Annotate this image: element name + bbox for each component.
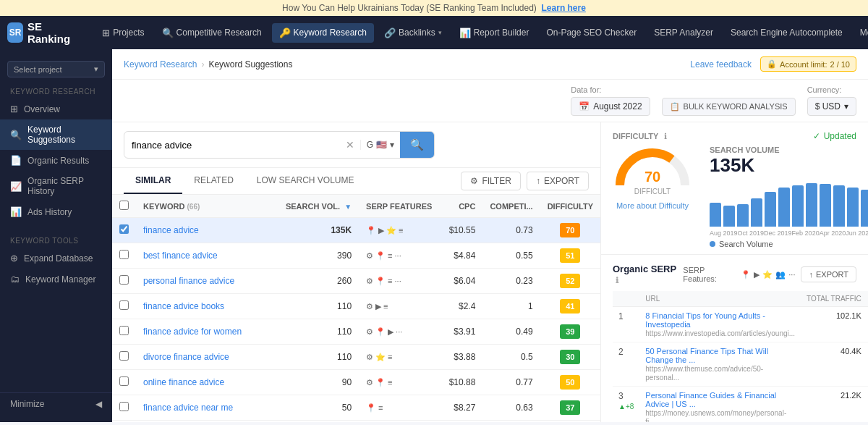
chart-label-0: Aug 2019 bbox=[710, 230, 738, 237]
nav-item-report-builder[interactable]: 📊 Report Builder bbox=[452, 23, 537, 43]
row-diff-8: 32 bbox=[540, 421, 600, 423]
breadcrumb-parent[interactable]: Keyword Research bbox=[124, 59, 197, 70]
chart-bar-7 bbox=[806, 183, 817, 227]
breadcrumb-current: Keyword Suggestions bbox=[208, 59, 292, 70]
search-clear-icon[interactable]: ✕ bbox=[340, 139, 360, 151]
row-checkbox-5[interactable] bbox=[119, 351, 129, 361]
row-cpc-3: $2.4 bbox=[439, 294, 482, 319]
serp-export-button[interactable]: ↑ EXPORT bbox=[801, 266, 856, 282]
search-button[interactable]: 🔍 bbox=[400, 132, 434, 158]
keyword-link-2[interactable]: personal finance advice bbox=[143, 276, 234, 286]
sidebar-item-organic-serp-history[interactable]: 📈 Organic SERP History bbox=[0, 171, 112, 201]
sidebar-item-ads-history[interactable]: 📊 Ads History bbox=[0, 201, 112, 222]
row-vol-8: 50 bbox=[278, 421, 359, 423]
row-vol-0: 135K bbox=[278, 218, 359, 243]
more-difficulty-link[interactable]: More about Difficulty bbox=[616, 201, 689, 210]
project-select[interactable]: Select project ▾ bbox=[7, 61, 105, 77]
organic-title-link-0[interactable]: 8 Financial Tips for Young Adults - Inve… bbox=[645, 311, 795, 329]
table-row: online finance advice 90 ⚙📍≡ $10.88 0.77… bbox=[112, 370, 600, 395]
serp-feat-video: ▶ bbox=[754, 270, 760, 279]
banner-link[interactable]: Learn here bbox=[542, 3, 586, 13]
legend-dot bbox=[710, 241, 715, 247]
row-checkbox-0[interactable] bbox=[119, 224, 129, 234]
row-keyword-7: finance advice near me bbox=[136, 395, 278, 421]
filter-icon: ⚙ bbox=[470, 176, 478, 186]
keyword-link-3[interactable]: finance advice books bbox=[143, 301, 224, 311]
nav-item-keyword-research[interactable]: 🔑 Keyword Research bbox=[272, 23, 374, 43]
th-search-vol[interactable]: SEARCH VOL. ▼ bbox=[278, 195, 359, 218]
tab-similar[interactable]: SIMILAR bbox=[124, 168, 182, 194]
tab-low-search-volume[interactable]: LOW SEARCH VOLUME bbox=[245, 168, 366, 194]
gauge-svg: 70 bbox=[613, 146, 692, 188]
keyword-link-7[interactable]: finance advice near me bbox=[143, 403, 233, 413]
currency-select[interactable]: $ USD ▾ bbox=[807, 97, 856, 116]
sidebar-item-keyword-suggestions[interactable]: 🔍 Keyword Suggestions bbox=[0, 119, 112, 150]
sidebar-item-organic-results[interactable]: 📄 Organic Results bbox=[0, 150, 112, 171]
serp-export-icon: ↑ bbox=[809, 270, 813, 279]
filter-button[interactable]: ⚙ FILTER bbox=[461, 172, 520, 190]
row-diff-1: 51 bbox=[540, 243, 600, 269]
diff-title-group: DIFFICULTY ℹ bbox=[613, 132, 667, 141]
nav-item-backlinks[interactable]: 🔗 Backlinks ▾ bbox=[377, 23, 449, 43]
row-checkbox-6[interactable] bbox=[119, 376, 129, 386]
breadcrumb: Keyword Research › Keyword Suggestions bbox=[124, 59, 292, 70]
nav-item-projects[interactable]: ⊞ Projects bbox=[95, 23, 151, 43]
row-checkbox-1[interactable] bbox=[119, 250, 129, 259]
data-for-date[interactable]: 📅 August 2022 bbox=[571, 97, 650, 116]
checkmark-icon: ✓ bbox=[813, 131, 820, 141]
th-cpc[interactable]: CPC bbox=[439, 195, 482, 218]
nav-item-competitive[interactable]: 🔍 Competitive Research bbox=[155, 23, 269, 43]
difficulty-badge-6: 50 bbox=[560, 375, 580, 390]
currency-group: Currency: $ USD ▾ bbox=[807, 85, 856, 116]
serp-feature-icons: 📍 ▶ ⭐ 👥 ··· bbox=[741, 270, 795, 279]
keyword-link-5[interactable]: divorce finance advice bbox=[143, 352, 229, 362]
table-row: finance advice near me 50 📍≡ $8.27 0.63 … bbox=[112, 395, 600, 421]
nav-item-more[interactable]: More ▾ bbox=[853, 23, 868, 42]
tab-related[interactable]: RELATED bbox=[182, 168, 244, 194]
export-button[interactable]: ↑ EXPORT bbox=[527, 172, 589, 190]
keyword-research-icon: 🔑 bbox=[279, 28, 291, 38]
th-difficulty[interactable]: DIFFICULTY bbox=[540, 195, 600, 218]
row-diff-4: 39 bbox=[540, 319, 600, 345]
organic-traffic-1: 40.4K bbox=[801, 342, 867, 387]
organic-title-link-1[interactable]: 50 Personal Finance Tips That Will Chang… bbox=[645, 347, 795, 364]
chart-bar-9 bbox=[833, 185, 845, 227]
row-checkbox-4[interactable] bbox=[119, 326, 129, 335]
search-engine-selector[interactable]: G 🇺🇸 ▾ bbox=[360, 140, 400, 150]
search-input[interactable] bbox=[124, 135, 340, 156]
row-checkbox-2[interactable] bbox=[119, 275, 129, 285]
logo[interactable]: SR SE Ranking bbox=[7, 20, 75, 45]
nav-item-autocomplete[interactable]: Search Engine Autocomplete bbox=[723, 23, 850, 42]
row-comp-3: 1 bbox=[482, 294, 540, 319]
row-checkbox-7[interactable] bbox=[119, 402, 129, 411]
gauge: 70 bbox=[613, 146, 692, 188]
nav-item-serp-analyzer[interactable]: SERP Analyzer bbox=[647, 23, 720, 42]
sidebar-section-keyword-tools: KEYWORD TOOLS bbox=[0, 231, 112, 248]
ads-history-icon: 📊 bbox=[10, 206, 22, 217]
th-serp-features[interactable]: SERP FEATURES bbox=[359, 195, 439, 218]
organic-title-link-2[interactable]: Personal Finance Guides & Financial Advi… bbox=[645, 391, 795, 408]
sidebar-item-keyword-manager[interactable]: 🗂 Keyword Manager bbox=[0, 269, 112, 290]
select-all-checkbox[interactable] bbox=[119, 201, 129, 210]
sidebar-item-overview[interactable]: ⊞ Overview bbox=[0, 98, 112, 119]
sv-label: SEARCH VOLUME bbox=[710, 146, 868, 154]
organic-row: 3 ▲+8 Personal Finance Guides & Financia… bbox=[613, 387, 868, 423]
feedback-link[interactable]: Leave feedback bbox=[690, 59, 752, 70]
nav-item-on-page[interactable]: On-Page SEO Checker bbox=[539, 23, 644, 42]
sidebar-minimize[interactable]: Minimize ◀ bbox=[0, 392, 112, 415]
keyword-link-1[interactable]: best finance advice bbox=[143, 251, 218, 261]
serp-icon-3-0: ⚙ bbox=[366, 302, 373, 311]
organic-serp-table: URL TOTAL TRAFFIC TOTAL TRAFFIC COST KEY… bbox=[613, 291, 868, 422]
row-checkbox-3[interactable] bbox=[119, 300, 129, 310]
table-row: best finance advice 390 ⚙📍≡··· $4.84 0.5… bbox=[112, 243, 600, 269]
bulk-keyword-analysis-btn[interactable]: 📋 BULK KEYWORD ANALYSIS bbox=[662, 98, 796, 116]
serp-icon-7-0: 📍 bbox=[366, 403, 376, 413]
serp-icon-5-2: ≡ bbox=[388, 353, 392, 361]
keyword-link-4[interactable]: finance advice for women bbox=[143, 327, 242, 337]
left-panel: ✕ G 🇺🇸 ▾ 🔍 SIMILAR RELATED LOW bbox=[112, 122, 600, 422]
keyword-link-6[interactable]: online finance advice bbox=[143, 377, 224, 387]
th-keyword[interactable]: KEYWORD (66) bbox=[136, 195, 278, 218]
sidebar-item-expand-database[interactable]: ⊕ Expand Database bbox=[0, 248, 112, 269]
keyword-link-0[interactable]: finance advice bbox=[143, 225, 199, 235]
th-competition[interactable]: COMPETI... bbox=[482, 195, 540, 218]
